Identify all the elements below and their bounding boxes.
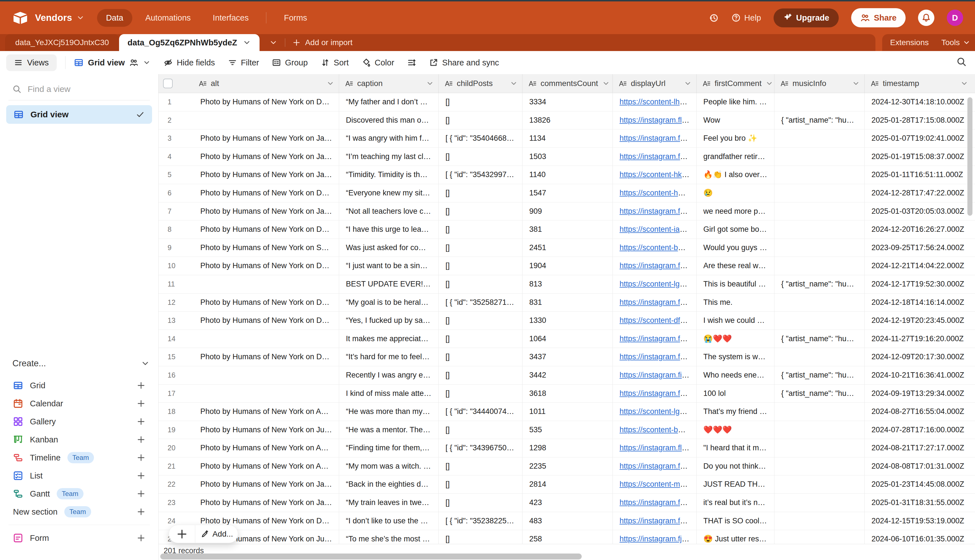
cell-musicInfo[interactable]: { "artist_name": "huma… — [774, 275, 865, 293]
cell-childPosts[interactable]: [] — [438, 530, 522, 544]
cell-alt[interactable]: Photo by Humans of New York on Jan… — [193, 475, 339, 493]
cell-childPosts[interactable]: [] — [438, 312, 522, 330]
cell-timestamp[interactable]: 2024-07-28T17:16:00.000Z — [865, 421, 973, 439]
cell-musicInfo[interactable] — [774, 202, 865, 220]
cell-displayUrl[interactable]: https://scontent-ma… — [613, 475, 696, 493]
cell-musicInfo[interactable]: { "artist_name": "huma… — [774, 330, 865, 348]
cell-alt[interactable]: Photo by Humans of New York on De… — [193, 293, 339, 312]
hide-fields-button[interactable]: Hide fields — [164, 58, 215, 67]
cell-alt[interactable]: Photo by Humans of New York on Au… — [193, 403, 339, 421]
add-view-plus-icon[interactable] — [137, 417, 145, 426]
cell-musicInfo[interactable]: { "artist_name": "huma… — [774, 366, 865, 384]
display-url-link[interactable]: https://instagram.fbf… — [619, 152, 694, 161]
cell-timestamp[interactable]: 2024-12-15T19:53:19.000Z — [865, 512, 973, 530]
row-number[interactable]: 7 — [159, 202, 193, 220]
cell-timestamp[interactable]: 2024-10-21T16:36:41.000Z — [865, 366, 973, 384]
cell-alt[interactable]: Photo by Humans of New York on De… — [193, 220, 339, 238]
row-number[interactable]: 4 — [159, 148, 193, 166]
help-button[interactable]: Help — [731, 13, 761, 23]
cell-commentsCount[interactable]: 1140 — [522, 166, 613, 184]
cell-commentsCount[interactable]: 2451 — [522, 239, 613, 257]
cell-childPosts[interactable]: [] — [438, 475, 522, 493]
sidebar-item-grid-view[interactable]: Grid view — [6, 105, 152, 124]
cell-timestamp[interactable]: 2025-01-11T16:51:11.000Z — [865, 166, 973, 184]
cell-childPosts[interactable]: [] — [438, 220, 522, 238]
add-view-plus-icon[interactable] — [137, 399, 145, 408]
row-number[interactable]: 23 — [159, 494, 193, 512]
cell-displayUrl[interactable]: https://instagram.fk… — [613, 385, 696, 403]
column-chevron-down-icon[interactable] — [852, 80, 861, 87]
cell-commentsCount[interactable]: 831 — [522, 293, 613, 312]
cell-commentsCount[interactable]: 909 — [522, 202, 613, 220]
cell-alt[interactable]: Photo by Humans of New York on Jan… — [193, 494, 339, 512]
cell-childPosts[interactable]: [] — [438, 112, 522, 130]
find-view-input[interactable]: Find a view — [12, 84, 150, 94]
display-url-link[interactable]: https://scontent-lga… — [619, 407, 691, 416]
cell-commentsCount[interactable]: 1298 — [522, 439, 613, 457]
create-item-new-section[interactable]: New sectionTeam — [6, 503, 152, 521]
cell-musicInfo[interactable] — [774, 220, 865, 238]
cell-displayUrl[interactable]: https://scontent-hkg… — [613, 166, 696, 184]
cell-alt[interactable]: Photo by Humans of New York on De… — [193, 184, 339, 202]
cell-alt[interactable]: Photo by Humans of New York on Jan… — [193, 166, 339, 184]
cell-firstComment[interactable]: 100 lol — [696, 385, 774, 403]
display-url-link[interactable]: https://instagram.fc… — [619, 517, 691, 525]
workspace-title[interactable]: Vendors — [35, 12, 72, 23]
row-number[interactable]: 11 — [159, 275, 193, 293]
row-number[interactable]: 1 — [159, 93, 193, 111]
display-url-link[interactable]: https://instagram.fit… — [619, 371, 691, 379]
cell-musicInfo[interactable] — [774, 439, 865, 457]
cell-caption[interactable]: “It’s hard for me to feel sa… — [339, 348, 438, 366]
row-number[interactable]: 17 — [159, 385, 193, 403]
cell-timestamp[interactable]: 2024-09-19T13:29:34.000Z — [865, 385, 973, 403]
cell-firstComment[interactable]: I wish we could ge… — [696, 312, 774, 330]
cell-alt[interactable]: Photo by Humans of New York on De… — [193, 93, 339, 111]
column-header-caption[interactable]: caption — [339, 74, 438, 93]
display-url-link[interactable]: https://instagram.fjp… — [619, 535, 694, 543]
cell-firstComment[interactable]: This is beautiful 😍 — [696, 275, 774, 293]
cell-childPosts[interactable]: [] — [438, 494, 522, 512]
cell-musicInfo[interactable] — [774, 93, 865, 111]
row-number[interactable]: 20 — [159, 439, 193, 457]
column-header-firstComment[interactable]: firstComment — [696, 74, 774, 93]
nav-tab-data[interactable]: Data — [97, 9, 132, 27]
cell-displayUrl[interactable]: https://instagram.fm… — [613, 202, 696, 220]
cell-commentsCount[interactable]: 423 — [522, 494, 613, 512]
cell-caption[interactable]: “Yes, I fucked up by sayin… — [339, 312, 438, 330]
row-number[interactable]: 8 — [159, 220, 193, 238]
cell-childPosts[interactable]: [] — [438, 330, 522, 348]
create-item-list[interactable]: List — [6, 467, 152, 485]
cell-alt[interactable]: Photo by Humans of New York on Au… — [193, 457, 339, 475]
cell-childPosts[interactable]: [] — [438, 385, 522, 403]
group-button[interactable]: Group — [272, 58, 308, 67]
column-header-childPosts[interactable]: childPosts — [438, 74, 522, 93]
add-view-plus-icon[interactable] — [137, 508, 145, 516]
row-number[interactable]: 21 — [159, 457, 193, 475]
cell-caption[interactable]: “Timidity. Timidity is the … — [339, 166, 438, 184]
cell-displayUrl[interactable]: https://instagram.fu… — [613, 348, 696, 366]
cell-firstComment[interactable]: 😢 — [696, 184, 774, 202]
row-number[interactable]: 16 — [159, 366, 193, 384]
create-item-calendar[interactable]: Calendar — [6, 395, 152, 413]
cell-commentsCount[interactable]: 3334 — [522, 93, 613, 111]
cell-commentsCount[interactable]: 535 — [522, 421, 613, 439]
cell-alt[interactable]: Photo by Humans of New York on Au… — [193, 439, 339, 457]
column-header-timestamp[interactable]: timestamp — [865, 74, 973, 93]
cell-alt[interactable]: Photo by Humans of New York on Jan… — [193, 130, 339, 147]
cell-caption[interactable]: It makes me appreciate h… — [339, 330, 438, 348]
display-url-link[interactable]: https://instagram.fy… — [619, 134, 691, 142]
sort-button[interactable]: Sort — [321, 58, 349, 67]
display-url-link[interactable]: https://scontent-iad… — [619, 225, 691, 233]
cell-timestamp[interactable]: 2025-01-19T15:08:37.000Z — [865, 148, 973, 166]
cell-commentsCount[interactable]: 2814 — [522, 475, 613, 493]
table-tab-chevron-down-icon[interactable] — [243, 38, 251, 47]
display-url-link[interactable]: https://scontent-dfw… — [619, 316, 693, 325]
cell-timestamp[interactable]: 2024-08-08T17:01:31.000Z — [865, 457, 973, 475]
cell-alt[interactable] — [193, 366, 339, 384]
cell-displayUrl[interactable]: https://instagram.fli… — [613, 112, 696, 130]
cell-commentsCount[interactable]: 1503 — [522, 148, 613, 166]
cell-firstComment[interactable]: 🔥👏 I also overca… — [696, 166, 774, 184]
display-url-link[interactable]: https://scontent-hou… — [619, 188, 694, 197]
cell-firstComment[interactable]: it’s real but it’s not… — [696, 494, 774, 512]
display-url-link[interactable]: https://scontent-lga… — [619, 280, 691, 288]
